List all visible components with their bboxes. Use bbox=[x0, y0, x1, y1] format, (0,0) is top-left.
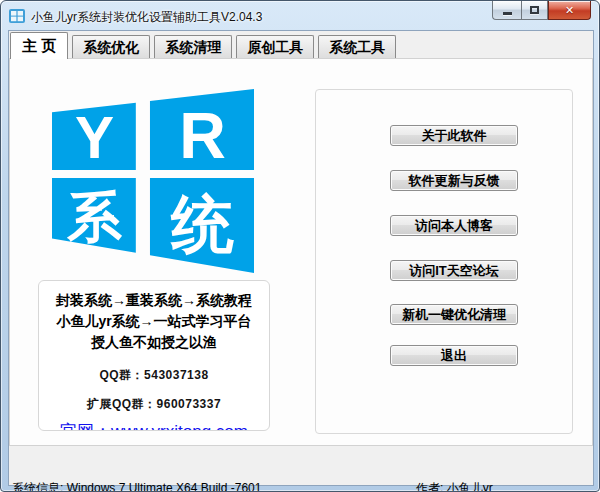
app-logo-icon[interactable] bbox=[9, 8, 25, 24]
slogan-line-2: 小鱼儿yr系统→一站式学习平台 bbox=[39, 311, 269, 332]
app-window: 小鱼儿yr系统封装优化设置辅助工具V2.04.3 ✕ 主 页 系统优化 系统清理… bbox=[0, 0, 600, 492]
action-panel: 关于此软件 软件更新与反馈 访问本人博客 访问IT天空论坛 新机一键优化清理 退… bbox=[315, 89, 573, 434]
tab-system-clean[interactable]: 系统清理 bbox=[154, 35, 232, 59]
tab-system-optimize[interactable]: 系统优化 bbox=[72, 35, 150, 59]
window-title: 小鱼儿yr系统封装优化设置辅助工具V2.04.3 bbox=[31, 9, 262, 26]
maximize-button[interactable] bbox=[521, 1, 548, 20]
system-info-text: 系统信息: Windows 7 Ultimate X64 Build -7601 bbox=[12, 481, 261, 492]
yr-system-logo: Y R 系 统 bbox=[52, 89, 254, 273]
home-tab-page: Y R 系 统 封装系统→重装系统→系统教程 小鱼儿yr系统→一站式学习平台 授… bbox=[9, 58, 593, 446]
slogan-line-3: 授人鱼不如授之以渔 bbox=[39, 332, 269, 353]
close-icon: ✕ bbox=[565, 4, 574, 17]
exit-button[interactable]: 退出 bbox=[390, 345, 518, 366]
update-feedback-button[interactable]: 软件更新与反馈 bbox=[390, 170, 518, 191]
tab-system-tools[interactable]: 系统工具 bbox=[318, 35, 396, 59]
minimize-button[interactable] bbox=[492, 1, 521, 20]
logo-char-xi: 系 bbox=[66, 187, 122, 248]
one-key-optimize-button[interactable]: 新机一键优化清理 bbox=[390, 304, 518, 325]
tab-original-tools[interactable]: 原创工具 bbox=[236, 35, 314, 59]
qq-group-number: QQ群：543037138 bbox=[39, 367, 269, 384]
minimize-icon bbox=[503, 12, 512, 15]
maximize-icon bbox=[530, 6, 539, 14]
tab-bar: 主 页 系统优化 系统清理 原创工具 系统工具 bbox=[10, 32, 400, 59]
logo-letter-r: R bbox=[179, 99, 226, 172]
about-software-button[interactable]: 关于此软件 bbox=[390, 125, 518, 146]
slogan-block: 封装系统→重装系统→系统教程 小鱼儿yr系统→一站式学习平台 授人鱼不如授之以渔 bbox=[39, 290, 269, 353]
visit-itsky-forum-button[interactable]: 访问IT天空论坛 bbox=[390, 260, 518, 281]
visit-blog-button[interactable]: 访问本人博客 bbox=[390, 215, 518, 236]
logo-char-tong: 统 bbox=[170, 189, 234, 259]
tab-home[interactable]: 主 页 bbox=[10, 32, 68, 59]
official-website-link[interactable]: 官网：www.yrxitong.com bbox=[60, 420, 248, 431]
author-text: 作者: 小鱼儿yr bbox=[416, 481, 527, 492]
close-button[interactable]: ✕ bbox=[548, 1, 591, 20]
client-area: 主 页 系统优化 系统清理 原创工具 系统工具 Y R bbox=[8, 30, 594, 486]
qq-group-ext-number: 扩展QQ群：960073337 bbox=[39, 396, 269, 413]
titlebar[interactable]: 小鱼儿yr系统封装优化设置辅助工具V2.04.3 ✕ bbox=[1, 1, 599, 31]
status-bar: 系统信息: Windows 7 Ultimate X64 Build -7601… bbox=[9, 447, 593, 485]
slogan-line-1: 封装系统→重装系统→系统教程 bbox=[39, 290, 269, 311]
caption-buttons: ✕ bbox=[492, 1, 591, 21]
system-status-block: 系统信息: Windows 7 Ultimate X64 Build -7601… bbox=[12, 451, 261, 492]
info-box: 封装系统→重装系统→系统教程 小鱼儿yr系统→一站式学习平台 授人鱼不如授之以渔… bbox=[38, 280, 270, 431]
logo-letter-y: Y bbox=[75, 105, 114, 170]
author-version-block: 作者: 小鱼儿yr 版本: V2.04.3 正式版 bbox=[416, 451, 527, 492]
